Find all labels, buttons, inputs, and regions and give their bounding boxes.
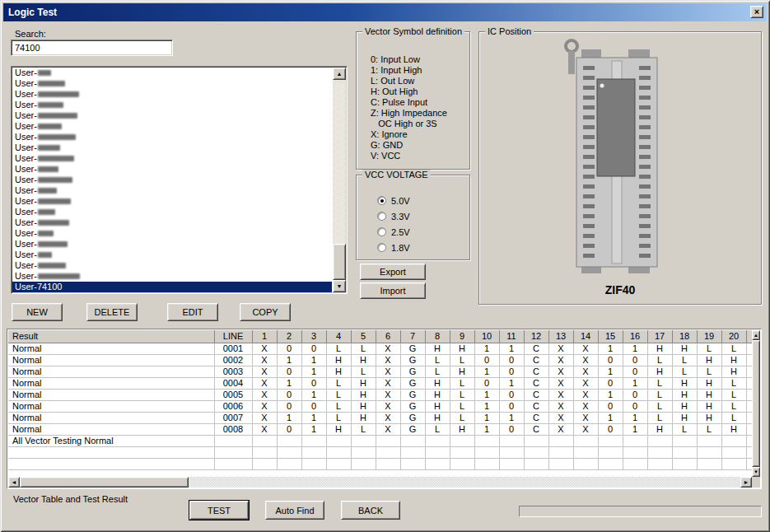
list-item[interactable]: User- <box>12 142 332 153</box>
vector-cell: H <box>450 366 474 377</box>
scroll-down-button[interactable]: ▼ <box>333 280 346 292</box>
list-item[interactable]: User- <box>12 260 332 271</box>
list-item[interactable]: User- <box>12 250 332 260</box>
autofind-button[interactable]: Auto Find <box>265 501 324 520</box>
radio-button[interactable] <box>377 212 386 221</box>
table-scroll-left-button[interactable]: ◄ <box>8 477 20 488</box>
vector-cell: 0 <box>598 377 623 389</box>
radio-button[interactable] <box>377 196 386 205</box>
vector-cell <box>277 446 301 458</box>
table-vscroll-thumb[interactable] <box>752 340 760 467</box>
search-input[interactable] <box>11 40 173 56</box>
vector-cell <box>277 458 301 469</box>
table-scroll-right-button[interactable]: ► <box>740 477 752 488</box>
back-button[interactable]: BACK <box>341 501 400 520</box>
user-listbox[interactable]: User-User-User-User-User-User-User-User-… <box>11 66 348 294</box>
list-item[interactable]: User- <box>12 89 332 100</box>
radio-option[interactable]: 1.8V <box>377 242 410 253</box>
vector-cell: 1 <box>277 412 301 423</box>
redacted-text <box>38 145 60 151</box>
vector-cell <box>524 458 548 469</box>
table-row: Normal0005X01LHXGHL10CXX10LHHL0 <box>8 389 752 400</box>
vector-cell <box>425 446 450 458</box>
vector-cell <box>400 435 425 446</box>
vector-cell: C <box>524 377 548 389</box>
test-button[interactable]: TEST <box>189 501 249 520</box>
radio-option[interactable]: 2.5V <box>377 226 410 237</box>
right-arrow-icon: ► <box>744 479 749 485</box>
vector-cell: L <box>697 423 721 435</box>
vector-cell: G <box>400 412 425 423</box>
new-button[interactable]: NEW <box>12 303 63 321</box>
vector-cell: 0 <box>277 389 301 400</box>
vector-cell: 1 <box>277 354 301 366</box>
scroll-thumb[interactable] <box>333 244 346 280</box>
vector-cell: X <box>573 377 598 389</box>
radio-option[interactable]: 5.0V <box>377 195 410 206</box>
list-item[interactable]: User- <box>12 207 332 217</box>
radio-button[interactable] <box>377 243 386 252</box>
vector-cell <box>672 446 697 458</box>
list-item[interactable]: User- <box>12 271 332 282</box>
vector-symbol-line: V: VCC <box>371 151 447 161</box>
list-item-selected[interactable]: User-74100 <box>12 282 332 292</box>
table-row: Normal0004X10LHXGHL01CXX01LHHL1 <box>8 377 752 389</box>
vector-cell: 1 <box>301 389 326 400</box>
list-item[interactable]: User- <box>12 239 332 250</box>
table-hscrollbar[interactable]: ◄ ► <box>8 477 752 488</box>
vector-cell: L <box>326 389 351 400</box>
list-item-label: User- <box>15 228 37 239</box>
list-item[interactable]: User- <box>12 153 332 164</box>
vector-cell: X <box>573 354 598 366</box>
scroll-up-button[interactable]: ▲ <box>333 68 346 80</box>
result-cell: Normal <box>8 400 214 412</box>
vector-symbol-line: H: Out High <box>371 86 447 97</box>
vector-cell: X <box>252 389 277 400</box>
list-item-label: User- <box>15 132 37 142</box>
vector-cell: 0 <box>499 389 524 400</box>
list-item-label: User- <box>15 239 37 250</box>
vector-cell <box>252 435 277 446</box>
list-scrollbar[interactable]: ▲ ▼ <box>333 68 346 292</box>
vector-cell: 1 <box>301 423 326 435</box>
delete-button[interactable]: DELETE <box>86 303 138 321</box>
list-item-label: User- <box>15 78 37 89</box>
edit-button[interactable]: EDIT <box>167 303 218 321</box>
list-item[interactable]: User- <box>12 175 332 185</box>
vector-cell <box>647 458 672 469</box>
copy-button[interactable]: COPY <box>240 303 291 321</box>
list-item[interactable]: User- <box>12 100 332 110</box>
table-scroll-up-button[interactable]: ▲ <box>752 330 760 340</box>
pin-header: 6 <box>376 330 400 343</box>
list-item[interactable]: User- <box>12 110 332 121</box>
table-vscrollbar[interactable]: ▲ ▼ <box>752 330 760 477</box>
vector-cell <box>400 446 425 458</box>
vector-cell <box>623 446 647 458</box>
radio-button[interactable] <box>377 227 386 236</box>
vector-cell <box>499 446 524 458</box>
list-item[interactable]: User- <box>12 164 332 175</box>
export-button[interactable]: Export <box>360 264 426 280</box>
table-scroll-down-button[interactable]: ▼ <box>752 467 760 477</box>
list-item[interactable]: User- <box>12 196 332 207</box>
list-item[interactable]: User- <box>12 228 332 239</box>
vector-cell: L <box>647 354 672 366</box>
list-item[interactable]: User- <box>12 78 332 89</box>
import-button[interactable]: Import <box>360 282 426 299</box>
vector-cell: 1 <box>474 343 499 354</box>
list-item[interactable]: User- <box>12 68 332 78</box>
list-item[interactable]: User- <box>12 132 332 142</box>
vector-cell: 0 <box>623 366 647 377</box>
redacted-text <box>38 198 71 204</box>
vector-cell <box>351 435 376 446</box>
logic-test-window: Logic Test × Search: User-User-User-User… <box>0 0 770 532</box>
close-button[interactable]: × <box>750 6 763 18</box>
list-item[interactable]: User- <box>12 185 332 196</box>
vector-cell: H <box>697 377 721 389</box>
vector-cell <box>746 458 752 469</box>
user-list-inner: User-User-User-User-User-User-User-User-… <box>12 68 332 292</box>
table-hscroll-thumb[interactable] <box>20 477 189 488</box>
list-item[interactable]: User- <box>12 217 332 228</box>
list-item[interactable]: User- <box>12 121 332 132</box>
radio-option[interactable]: 3.3V <box>377 211 410 222</box>
